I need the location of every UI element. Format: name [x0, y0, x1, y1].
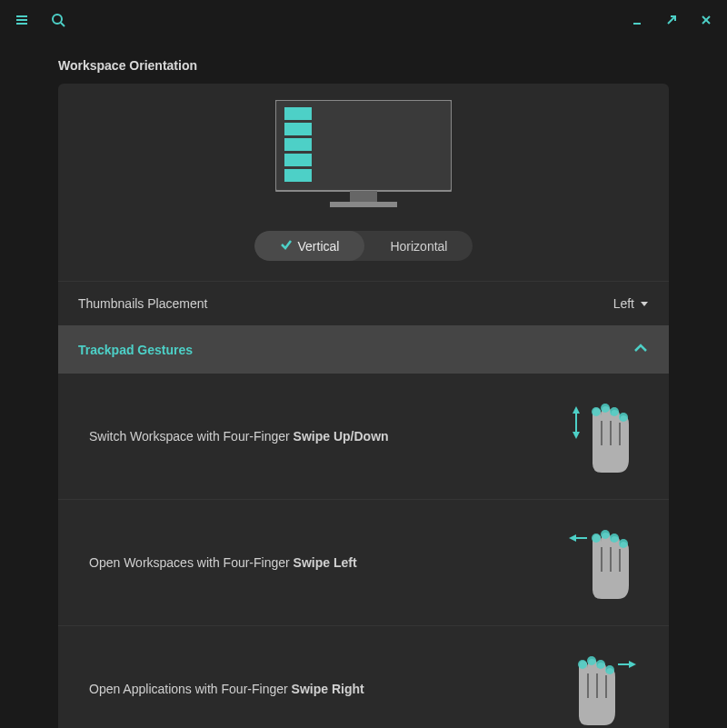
svg-rect-15 [350, 191, 377, 202]
svg-point-44 [596, 660, 605, 669]
minimize-icon[interactable] [631, 14, 643, 30]
orientation-vertical-label: Vertical [298, 239, 340, 254]
svg-marker-20 [573, 432, 580, 439]
svg-marker-29 [569, 534, 576, 542]
hand-swipe-updown-icon [565, 395, 638, 477]
thumbnails-label: Thumbnails Placement [78, 296, 207, 311]
svg-rect-12 [284, 138, 312, 151]
svg-point-36 [619, 539, 628, 548]
gesture-swipe-updown: Switch Workspace with Four-Finger Swipe … [58, 374, 669, 500]
maximize-icon[interactable] [665, 14, 678, 30]
chevron-up-icon [632, 340, 649, 359]
chevron-down-icon [640, 299, 649, 308]
gesture-swipe-right: Open Applications with Four-Finger Swipe… [58, 626, 669, 728]
gesture-suffix: Swipe Left [294, 555, 357, 570]
close-icon[interactable] [700, 14, 712, 30]
svg-line-4 [61, 23, 65, 26]
gesture-label: Open Applications with Four-Finger Swipe… [89, 682, 364, 696]
gesture-label: Switch Workspace with Four-Finger Swipe … [89, 429, 389, 444]
svg-rect-13 [284, 154, 312, 166]
settings-card: Vertical Horizontal Thumbnails Placement… [58, 84, 669, 728]
titlebar [0, 0, 727, 44]
svg-point-42 [578, 660, 587, 669]
section-title: Workspace Orientation [58, 58, 669, 73]
orientation-vertical-button[interactable]: Vertical [254, 231, 365, 261]
svg-point-25 [601, 404, 610, 413]
svg-point-45 [605, 665, 614, 674]
svg-point-35 [610, 534, 619, 543]
gesture-prefix: Open Applications with Four-Finger [89, 682, 292, 696]
svg-point-33 [592, 534, 601, 543]
svg-rect-14 [284, 169, 312, 182]
hamburger-icon[interactable] [15, 13, 29, 31]
thumbnails-dropdown[interactable]: Left [613, 296, 649, 311]
svg-rect-11 [284, 123, 312, 135]
trackpad-gestures-label: Trackpad Gestures [78, 343, 193, 357]
search-icon[interactable] [51, 13, 65, 31]
gesture-prefix: Switch Workspace with Four-Finger [89, 429, 294, 444]
orientation-horizontal-label: Horizontal [390, 239, 447, 254]
thumbnails-placement-row: Thumbnails Placement Left [58, 281, 669, 325]
hand-swipe-right-icon [565, 648, 638, 728]
svg-rect-16 [330, 202, 397, 207]
svg-point-34 [601, 530, 610, 539]
gesture-suffix: Swipe Up/Down [294, 429, 389, 444]
gesture-suffix: Swipe Right [292, 682, 364, 696]
orientation-horizontal-button[interactable]: Horizontal [364, 231, 473, 261]
svg-marker-19 [573, 406, 580, 414]
svg-rect-10 [284, 107, 312, 120]
thumbnails-value: Left [613, 296, 634, 311]
svg-point-24 [592, 407, 601, 416]
orientation-preview: Vertical Horizontal [58, 84, 669, 281]
trackpad-gestures-header[interactable]: Trackpad Gestures [58, 325, 669, 374]
gesture-list: Switch Workspace with Four-Finger Swipe … [58, 374, 669, 728]
svg-point-26 [610, 407, 619, 416]
svg-marker-38 [629, 661, 636, 668]
orientation-segmented: Vertical Horizontal [254, 231, 473, 261]
svg-point-3 [53, 15, 62, 24]
svg-marker-17 [641, 302, 648, 306]
gesture-swipe-left: Open Workspaces with Four-Finger Swipe L… [58, 500, 669, 626]
hand-swipe-left-icon [565, 522, 638, 603]
svg-point-27 [619, 413, 628, 422]
svg-line-6 [668, 16, 675, 24]
gesture-prefix: Open Workspaces with Four-Finger [89, 555, 294, 570]
monitor-icon [275, 100, 452, 209]
check-icon [280, 238, 293, 254]
svg-point-43 [587, 656, 596, 665]
gesture-label: Open Workspaces with Four-Finger Swipe L… [89, 555, 357, 570]
